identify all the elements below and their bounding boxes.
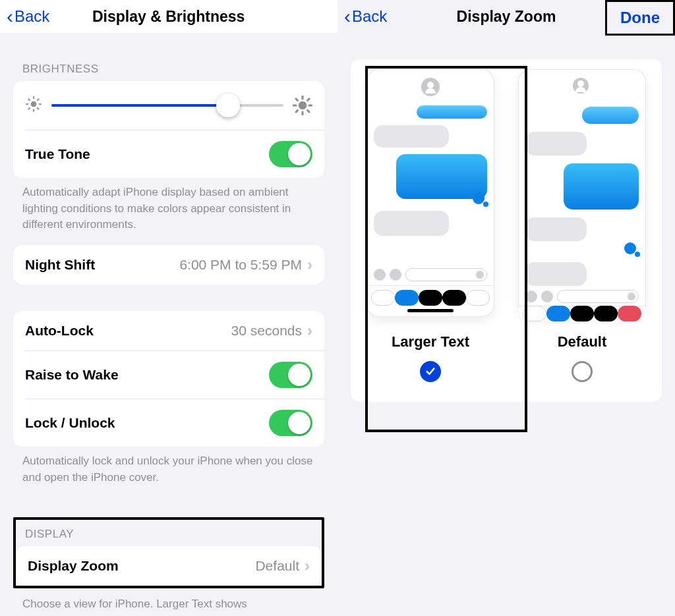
- preview-default: [519, 70, 645, 316]
- svg-line-5: [28, 99, 30, 100]
- auto-lock-row[interactable]: Auto-Lock 30 seconds ›: [13, 311, 324, 350]
- back-label: Back: [352, 7, 387, 26]
- display-zoom-row[interactable]: Display Zoom Default ›: [16, 546, 322, 586]
- sun-min-icon: [25, 96, 42, 115]
- raise-to-wake-toggle[interactable]: [269, 362, 312, 388]
- display-zoom-footer: Choose a view for iPhone. Larger Text sh…: [13, 588, 324, 616]
- true-tone-row: True Tone: [13, 130, 324, 178]
- svg-line-6: [38, 108, 39, 109]
- option-label-larger-text: Larger Text: [392, 333, 469, 350]
- brightness-slider-row[interactable]: [13, 81, 324, 130]
- true-tone-toggle[interactable]: [269, 141, 312, 167]
- slider-thumb[interactable]: [216, 94, 240, 117]
- true-tone-label: True Tone: [25, 146, 90, 162]
- navbar-right: ‹ Back Display Zoom Done: [338, 0, 675, 33]
- back-button[interactable]: ‹ Back: [344, 7, 387, 26]
- chevron-right-icon: ›: [305, 557, 310, 575]
- brightness-header: Brightness: [22, 63, 324, 76]
- svg-line-8: [38, 99, 39, 100]
- chevron-left-icon: ‹: [344, 9, 351, 24]
- display-zoom-label: Display Zoom: [28, 558, 119, 574]
- lock-unlock-row: Lock / Unlock: [13, 399, 324, 447]
- auto-lock-label: Auto-Lock: [25, 323, 94, 339]
- done-button[interactable]: Done: [605, 0, 675, 36]
- brightness-slider[interactable]: [51, 104, 283, 107]
- display-zoom-screen: ‹ Back Display Zoom Done: [338, 0, 675, 616]
- brightness-card: True Tone: [13, 81, 324, 178]
- display-header: Display: [25, 528, 322, 541]
- message-input-icon: [557, 290, 639, 303]
- page-title: Display Zoom: [457, 8, 556, 26]
- radio-larger-text[interactable]: [420, 361, 441, 382]
- option-larger-text[interactable]: Larger Text: [361, 70, 500, 382]
- svg-point-0: [31, 101, 37, 107]
- display-zoom-highlight: Display Display Zoom Default ›: [13, 517, 324, 588]
- lock-unlock-label: Lock / Unlock: [25, 415, 115, 431]
- zoom-options-card: Larger Text: [351, 59, 662, 402]
- chevron-right-icon: ›: [307, 322, 312, 340]
- back-button[interactable]: ‹ Back: [7, 7, 49, 26]
- display-zoom-value: Default: [255, 558, 299, 574]
- option-label-default: Default: [558, 333, 607, 350]
- navbar-left: ‹ Back Display & Brightness: [0, 0, 338, 33]
- radio-default[interactable]: [572, 361, 593, 382]
- camera-icon: [374, 269, 386, 281]
- display-brightness-screen: ‹ Back Display & Brightness Brightness: [0, 0, 338, 616]
- chevron-right-icon: ›: [307, 256, 312, 274]
- lock-unlock-toggle[interactable]: [269, 410, 312, 436]
- night-shift-card: Night Shift 6:00 PM to 5:59 PM ›: [13, 245, 324, 285]
- night-shift-row[interactable]: Night Shift 6:00 PM to 5:59 PM ›: [13, 245, 324, 285]
- check-icon: [425, 366, 436, 378]
- avatar-icon: [421, 78, 440, 96]
- svg-line-14: [296, 99, 298, 101]
- svg-point-9: [299, 101, 307, 110]
- svg-line-15: [308, 111, 310, 113]
- sun-max-icon: [293, 96, 312, 115]
- back-label: Back: [15, 7, 49, 26]
- raise-to-wake-label: Raise to Wake: [25, 367, 119, 383]
- page-title: Display & Brightness: [92, 8, 245, 26]
- true-tone-footer: Automatically adapt iPhone display based…: [13, 178, 324, 245]
- message-input-icon: [405, 268, 487, 281]
- option-default[interactable]: Default: [513, 70, 651, 382]
- typing-indicator-icon: [473, 192, 484, 204]
- night-shift-value: 6:00 PM to 5:59 PM: [179, 257, 302, 273]
- apps-icon: [541, 291, 553, 302]
- preview-larger-text: [367, 70, 494, 316]
- raise-to-wake-row: Raise to Wake: [13, 351, 324, 399]
- svg-line-16: [296, 111, 298, 113]
- chevron-left-icon: ‹: [7, 9, 13, 24]
- lock-unlock-footer: Automatically lock and unlock your iPhon…: [13, 447, 324, 497]
- svg-line-17: [308, 99, 310, 101]
- lock-card: Auto-Lock 30 seconds › Raise to Wake Loc…: [13, 311, 324, 447]
- svg-line-7: [28, 108, 30, 109]
- night-shift-label: Night Shift: [25, 257, 95, 273]
- apps-icon: [390, 269, 401, 281]
- typing-indicator-icon: [624, 242, 636, 254]
- camera-icon: [525, 291, 537, 302]
- auto-lock-value: 30 seconds: [231, 323, 302, 339]
- home-indicator-icon: [407, 309, 454, 312]
- avatar-icon: [573, 78, 589, 94]
